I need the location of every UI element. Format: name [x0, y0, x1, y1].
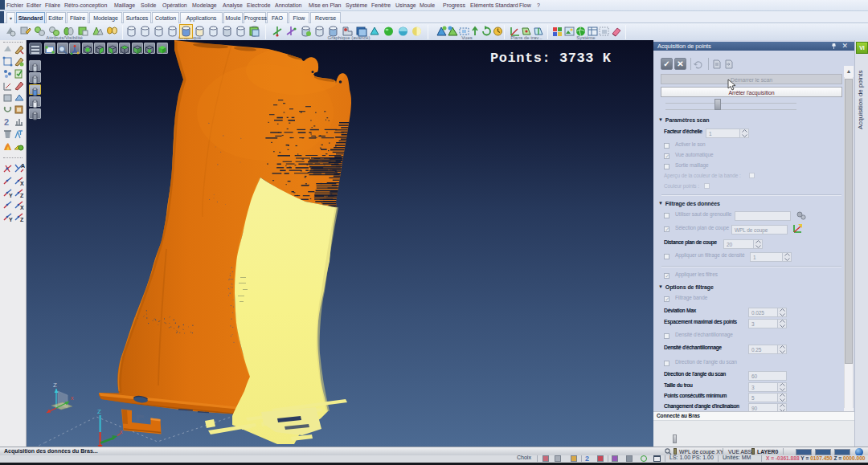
svg-text:X: X — [20, 205, 24, 210]
svg-text:A: A — [21, 163, 25, 169]
svg-text:Z: Z — [20, 193, 24, 198]
svg-text:Z: Z — [97, 408, 101, 415]
svg-text:Z: Z — [53, 381, 57, 389]
svg-text:Z: Z — [20, 217, 24, 222]
svg-text:2: 2 — [4, 117, 9, 127]
svg-text:x: x — [120, 429, 123, 434]
svg-text:x: x — [71, 395, 74, 401]
svg-text:X: X — [20, 181, 24, 186]
